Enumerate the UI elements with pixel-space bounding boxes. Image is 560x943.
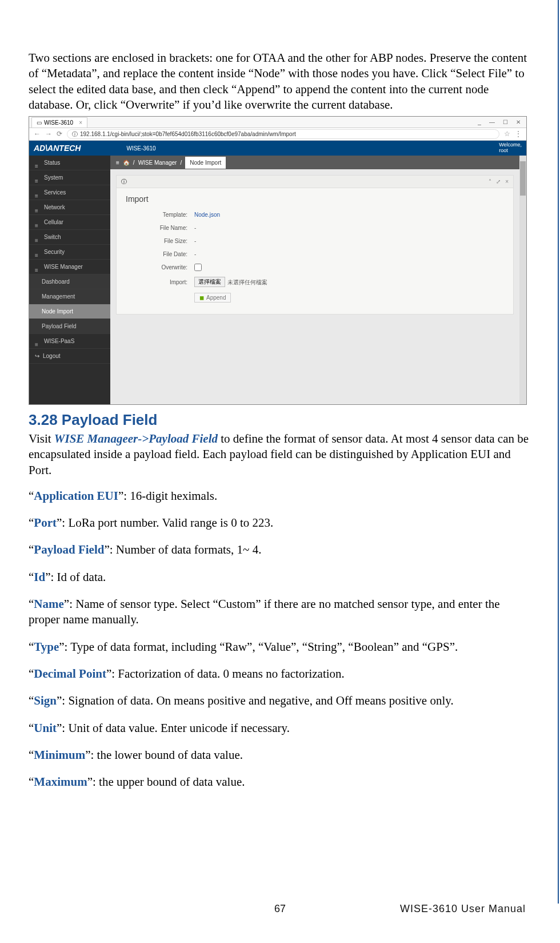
def-minimum: “Minimum”: the lower bound of data value…: [29, 747, 531, 763]
panel-header: ⓘ ˄ ⤢ ×: [117, 176, 513, 188]
tab-title: WISE-3610: [44, 119, 73, 126]
breadcrumb-active: Node Import: [185, 157, 226, 169]
page-right-border: [558, 0, 559, 904]
import-label: Import:: [126, 278, 194, 286]
scrollbar-thumb[interactable]: [520, 161, 526, 196]
page-number: 67: [274, 902, 286, 916]
info-circle-icon: ⓘ: [72, 130, 78, 138]
choose-file-button[interactable]: 選擇檔案: [194, 277, 225, 287]
sidebar-item-payload-field[interactable]: Payload Field: [29, 319, 110, 334]
sidebar-item-logout[interactable]: ↪Logout: [29, 349, 110, 364]
device-name: WISE-3610: [126, 145, 155, 152]
menu-bars-icon: [35, 177, 41, 178]
menu-bars-icon: [35, 222, 41, 223]
menu-bars-icon: [35, 207, 41, 208]
def-maximum: “Maximum”: the upper bound of data value…: [29, 774, 531, 790]
filedate-label: File Date:: [126, 250, 194, 258]
choose-file-text: 未選擇任何檔案: [227, 278, 267, 286]
breadcrumb: ≡ 🏠 / WISE Manager / Node Import: [110, 156, 519, 169]
page-footer: 67 WISE-3610 User Manual: [0, 902, 560, 916]
menu-bars-icon: [35, 341, 41, 342]
sidebar-item-security[interactable]: Security: [29, 245, 110, 260]
breadcrumb-sep: /: [180, 159, 182, 166]
content-area: ≡ 🏠 / WISE Manager / Node Import ⓘ ˄ ⤢ ×: [110, 156, 519, 404]
logout-icon: ↪: [35, 352, 39, 360]
home-icon[interactable]: 🏠: [123, 159, 130, 166]
sidebar-item-status[interactable]: Status: [29, 156, 110, 170]
star-icon[interactable]: ☆: [504, 130, 510, 139]
def-payload-field: “Payload Field”: Number of data formats,…: [29, 542, 531, 558]
filesize-label: File Size:: [126, 237, 194, 245]
append-button-label: Append: [206, 295, 226, 301]
tab-favicon: ▭: [37, 119, 42, 126]
browser-address-bar: ← → ⟳ ⓘ 192.168.1.1/cgi-bin/luci/;stok=0…: [29, 128, 526, 141]
filedate-value: -: [194, 250, 196, 258]
sidebar-item-wise-paas[interactable]: WISE-PaaS: [29, 334, 110, 349]
def-unit: “Unit”: Unit of data value. Enter unicod…: [29, 721, 531, 736]
append-button[interactable]: ◼ Append: [194, 293, 231, 303]
sidebar-item-network[interactable]: Network: [29, 200, 110, 215]
section-intro: Visit WISE Manageer->Payload Field to de…: [29, 431, 531, 478]
reload-icon[interactable]: ⟳: [57, 130, 62, 139]
def-decimal-point: “Decimal Point”: Factorization of data. …: [29, 666, 531, 682]
sidebar-item-switch[interactable]: Switch: [29, 230, 110, 245]
sidebar-item-wise-manager[interactable]: WISE Manager: [29, 260, 110, 274]
maximize-icon[interactable]: ☐: [503, 118, 508, 126]
menu-icon[interactable]: ⋮: [515, 130, 522, 139]
def-port: “Port”: LoRa port number. Valid range is…: [29, 515, 531, 531]
def-id: “Id”: Id of data.: [29, 570, 531, 585]
def-name: “Name”: Name of sensor type. Select “Cus…: [29, 596, 531, 628]
filesize-value: -: [194, 237, 196, 245]
plus-icon: ◼: [199, 295, 204, 301]
user-name: root: [499, 148, 522, 154]
browser-tab-bar: ▭ WISE-3610 × ⎯ — ☐ ✕: [29, 117, 526, 128]
section-intro-link: WISE Manageer->Payload Field: [54, 432, 218, 445]
intro-paragraph: Two sections are enclosed in brackets: o…: [29, 50, 531, 113]
menu-bars-icon: [35, 252, 41, 253]
menu-toggle-icon[interactable]: ≡: [116, 159, 119, 166]
panel-title: Import: [126, 194, 504, 204]
close-window-icon[interactable]: ✕: [516, 118, 521, 126]
close-panel-icon[interactable]: ×: [505, 178, 509, 185]
minimize-icon[interactable]: —: [489, 118, 495, 126]
url-field[interactable]: ⓘ 192.168.1.1/cgi-bin/luci/;stok=0b7fef6…: [67, 129, 499, 139]
sidebar-item-system[interactable]: System: [29, 170, 110, 185]
forward-icon[interactable]: →: [45, 130, 52, 139]
sidebar-item-cellular[interactable]: Cellular: [29, 215, 110, 230]
panel: ⓘ ˄ ⤢ × Import Template: Node.json: [116, 175, 514, 315]
menu-bars-icon: [35, 162, 41, 164]
template-label: Template:: [126, 211, 194, 218]
sidebar-item-node-import[interactable]: Node Import: [29, 304, 110, 319]
sidebar-item-dashboard[interactable]: Dashboard: [29, 274, 110, 289]
scrollbar[interactable]: [519, 156, 526, 404]
app-header: AD\ANTECH WISE-3610 Welcome, root: [29, 141, 526, 156]
collapse-icon[interactable]: ˄: [489, 178, 491, 185]
breadcrumb-sep: /: [133, 159, 135, 166]
menu-bars-icon: [35, 237, 41, 238]
filename-label: File Name:: [126, 224, 194, 232]
embedded-screenshot: ▭ WISE-3610 × ⎯ — ☐ ✕ ← → ⟳ ⓘ 192.168.1.…: [29, 116, 527, 405]
def-type: “Type”: Type of data format, including “…: [29, 639, 531, 655]
brand-logo: AD\ANTECH: [34, 143, 81, 153]
footer-title: WISE-3610 User Manual: [400, 902, 526, 916]
info-icon: ⓘ: [121, 178, 127, 185]
tab-close-icon[interactable]: ×: [79, 119, 82, 126]
expand-icon[interactable]: ⤢: [496, 178, 501, 185]
template-link[interactable]: Node.json: [194, 211, 220, 218]
filename-value: -: [194, 224, 196, 232]
browser-tab[interactable]: ▭ WISE-3610 ×: [31, 117, 87, 128]
sidebar: Status System Services Network Cellular …: [29, 156, 110, 404]
window-controls: ⎯ — ☐ ✕: [478, 118, 526, 126]
def-application-eui: “Application EUI”: 16-digit heximals.: [29, 488, 531, 504]
url-text: 192.168.1.1/cgi-bin/luci/;stok=0b7fef654…: [80, 130, 296, 138]
section-intro-prefix: Visit: [29, 432, 54, 445]
sidebar-item-management[interactable]: Management: [29, 289, 110, 304]
def-sign: “Sign”: Signation of data. On means posi…: [29, 693, 531, 709]
back-icon[interactable]: ←: [34, 130, 41, 139]
menu-bars-icon: [35, 266, 41, 268]
overwrite-label: Overwrite:: [126, 264, 194, 271]
breadcrumb-mid[interactable]: WISE Manager: [138, 159, 177, 166]
overwrite-checkbox[interactable]: [194, 264, 202, 271]
user-icon[interactable]: ⎯: [478, 118, 481, 126]
sidebar-item-services[interactable]: Services: [29, 185, 110, 200]
